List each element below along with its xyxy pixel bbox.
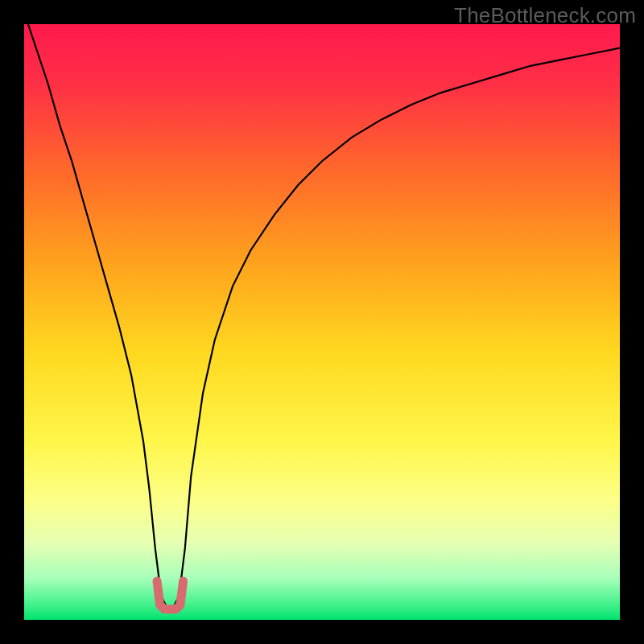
outer-frame: TheBottleneck.com: [0, 0, 644, 644]
plot-area: [24, 24, 620, 620]
gradient-background: [24, 24, 620, 620]
watermark-text: TheBottleneck.com: [454, 3, 636, 28]
chart-canvas: [24, 24, 620, 620]
